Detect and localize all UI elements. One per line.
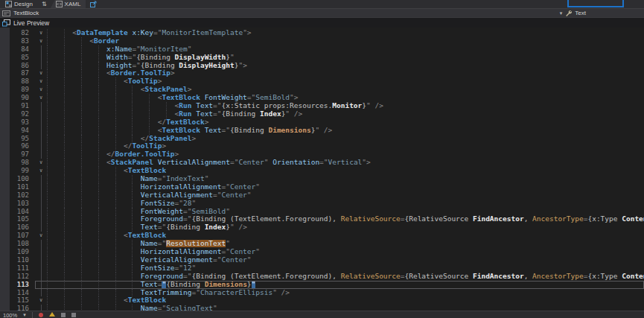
indent-guide <box>47 281 64 289</box>
breadcrumb[interactable]: TextBlock <box>0 10 39 16</box>
code-text: <TextBlock <box>47 167 644 175</box>
indent-guide <box>132 86 140 94</box>
indent-guide <box>132 264 140 273</box>
indent-guide <box>81 159 98 167</box>
code-line[interactable]: 97</Border.ToolTip> <box>0 150 644 159</box>
fold-extent-line <box>35 127 47 135</box>
fold-collapse-icon[interactable]: ∨ <box>35 29 47 37</box>
warning-icon[interactable] <box>49 312 55 317</box>
code-line[interactable]: 102VerticalAlignment="Center" <box>0 191 644 200</box>
fold-collapse-icon[interactable]: ∨ <box>35 37 47 45</box>
indent-guide <box>98 94 115 102</box>
fold-extent-line <box>35 208 47 216</box>
indent-guide <box>81 281 98 289</box>
indent-guide <box>115 127 133 135</box>
code-line[interactable]: 115∨<TextBlock <box>0 296 644 305</box>
code-text: FontSize="12" <box>47 264 644 273</box>
zoom-dropdown-icon[interactable]: ▾ <box>23 312 26 318</box>
indent-guide <box>166 102 174 110</box>
code-line[interactable]: 94<TextBlock Text="{Binding Dimensions}"… <box>0 127 644 135</box>
swap-panes-icon[interactable]: ⇅ <box>38 1 51 7</box>
indent-guide <box>64 289 81 297</box>
code-text: Name="IndexText" <box>47 175 644 183</box>
code-text: <StackPanel> <box>47 86 644 94</box>
chevron-down-icon[interactable]: ▾ <box>560 10 563 16</box>
code-line[interactable]: 109HorizontalAlignment="Center" <box>0 248 644 256</box>
fold-extent-line <box>35 256 47 264</box>
fold-collapse-icon[interactable]: ∨ <box>35 159 47 167</box>
code-line[interactable]: 107∨<TextBlock <box>0 232 644 240</box>
code-line[interactable]: 91<Run Text="{x:Static props:Resources.M… <box>0 102 644 110</box>
line-number: 86 <box>10 62 35 70</box>
fold-collapse-icon[interactable]: ∨ <box>35 167 47 175</box>
code-line[interactable]: 87∨<Border.ToolTip> <box>0 69 644 77</box>
code-line[interactable]: 88∨<ToolTip> <box>0 77 644 86</box>
code-line[interactable]: 106Text="{Binding Index}" /> <box>0 223 644 232</box>
code-line[interactable]: 86Height="{Binding DisplayHeight}"> <box>0 62 644 70</box>
code-line[interactable]: 113Text="{Binding Dimensions}" <box>0 281 644 289</box>
error-icon[interactable] <box>39 313 43 317</box>
focused-control-outline[interactable] <box>567 0 624 7</box>
indent-guide <box>149 94 157 102</box>
code-line[interactable]: 95</StackPanel> <box>0 135 644 143</box>
indent-guide <box>64 232 81 240</box>
code-line[interactable]: 85Width="{Binding DisplayWidth}" <box>0 54 644 62</box>
fold-collapse-icon[interactable]: ∨ <box>35 86 47 94</box>
code-line[interactable]: 108Name="ResolutionText" <box>0 240 644 248</box>
code-text: <Run Text="{Binding Index}" /> <box>47 110 644 118</box>
code-line[interactable]: 114TextTrimming="CharacterEllipsis" /> <box>0 289 644 297</box>
line-number: 90 <box>10 94 35 102</box>
fold-collapse-icon[interactable]: ∨ <box>35 77 47 86</box>
indent-guide <box>98 264 115 273</box>
tab-design[interactable]: Design <box>0 0 38 8</box>
code-text: VerticalAlignment="Center" <box>47 256 644 264</box>
code-line[interactable]: 103FontSize="28" <box>0 200 644 208</box>
code-line[interactable]: 101HorizontalAlignment="Center" <box>0 183 644 191</box>
line-number: 82 <box>10 29 35 37</box>
code-line[interactable]: 112Foreground="{Binding (TextElement.For… <box>0 273 644 281</box>
indent-guide <box>98 273 115 281</box>
designer-tab-bar: Design ⇅ XAML <box>0 0 644 8</box>
xaml-code-editor[interactable]: 82∨<DataTemplate x:Key="MonitorItemTempl… <box>0 28 644 318</box>
code-line[interactable]: 111FontSize="12" <box>0 264 644 273</box>
fold-collapse-icon[interactable]: ∨ <box>35 94 47 102</box>
indent-guide <box>115 175 133 183</box>
code-text: Text="{Binding Index}" /> <box>47 223 644 232</box>
code-text: <Run Text="{x:Static props:Resources.Mon… <box>47 102 644 110</box>
popout-icon[interactable] <box>90 1 97 7</box>
code-line[interactable]: 99∨<TextBlock <box>0 167 644 175</box>
indent-guide <box>132 110 149 118</box>
indent-guide <box>64 142 81 150</box>
code-line[interactable]: 100Name="IndexText" <box>0 175 644 183</box>
code-line[interactable]: 104FontWeight="SemiBold" <box>0 208 644 216</box>
code-line[interactable]: 84x:Name="MonitorItem" <box>0 45 644 54</box>
zoom-level[interactable]: 100% <box>3 312 17 318</box>
indent-guide <box>47 296 64 305</box>
indent-guide <box>47 118 64 127</box>
fold-collapse-icon[interactable]: ∨ <box>35 69 47 77</box>
indent-guide <box>64 256 81 264</box>
code-line[interactable]: 93</TextBlock> <box>0 118 644 127</box>
code-line[interactable]: 110VerticalAlignment="Center" <box>0 256 644 264</box>
code-line[interactable]: 83∨<Border <box>0 37 644 45</box>
code-line[interactable]: 98∨<StackPanel VerticalAlignment="Center… <box>0 159 644 167</box>
line-number: 92 <box>10 110 35 118</box>
code-line[interactable]: 90∨<TextBlock FontWeight="SemiBold"> <box>0 94 644 102</box>
code-line[interactable]: 105Foreground="{Binding (TextElement.For… <box>0 215 644 223</box>
fold-collapse-icon[interactable]: ∨ <box>35 232 47 240</box>
code-line[interactable]: 96</ToolTip> <box>0 142 644 150</box>
code-line[interactable]: 92<Run Text="{Binding Index}" /> <box>0 110 644 118</box>
message-icon[interactable] <box>61 313 66 317</box>
code-text: Name="ResolutionText" <box>47 240 644 248</box>
fold-collapse-icon[interactable]: ∨ <box>35 296 47 305</box>
tab-xaml[interactable]: XAML <box>51 0 86 8</box>
indent-guide <box>132 135 140 143</box>
indent-guide <box>64 273 81 281</box>
line-number: 95 <box>10 135 35 143</box>
message-icon[interactable] <box>71 313 76 317</box>
indent-guide <box>149 110 166 118</box>
code-text: FontSize="28" <box>47 200 644 208</box>
code-line[interactable]: 89∨<StackPanel> <box>0 86 644 94</box>
indent-guide <box>132 183 140 191</box>
code-line[interactable]: 82∨<DataTemplate x:Key="MonitorItemTempl… <box>0 29 644 37</box>
